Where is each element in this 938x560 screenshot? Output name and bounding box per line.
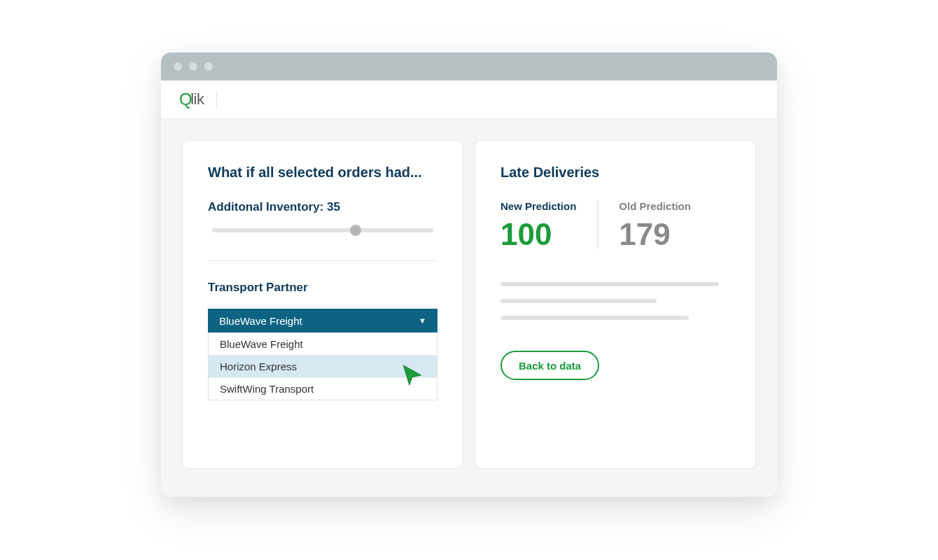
transport-partner-label: Transport Partner	[208, 281, 438, 295]
header-divider	[216, 91, 217, 108]
whatif-card: What if all selected orders had... Addit…	[182, 140, 463, 469]
window-close-dot[interactable]	[174, 62, 182, 71]
new-prediction-value: 100	[500, 219, 576, 250]
new-prediction-label: New Prediction	[500, 200, 576, 212]
browser-window: Qlik What if all selected orders had... …	[161, 52, 777, 497]
late-deliveries-title: Late Deliveries	[500, 164, 730, 181]
whatif-title: What if all selected orders had...	[208, 164, 438, 181]
new-prediction-block: New Prediction 100	[500, 200, 576, 250]
slider-thumb[interactable]	[350, 225, 361, 236]
window-minimize-dot[interactable]	[189, 62, 197, 71]
dropdown-item-bluewave[interactable]: BlueWave Freight	[209, 332, 437, 355]
content-area: What if all selected orders had... Addit…	[161, 119, 777, 497]
qlik-logo-text: lik	[190, 90, 204, 108]
dropdown-item-horizon[interactable]: Horizon Express	[209, 355, 437, 377]
dropdown-list: BlueWave Freight Horizon Express SwiftWi…	[208, 332, 438, 400]
transport-partner-dropdown[interactable]: BlueWave Freight ▼ BlueWave Freight Hori…	[208, 309, 438, 400]
dropdown-item-swiftwing[interactable]: SwiftWing Transport	[209, 377, 437, 400]
predictions-row: New Prediction 100 Old Prediction 179	[500, 200, 730, 250]
chevron-down-icon: ▼	[419, 316, 426, 325]
app-header: Qlik	[161, 80, 777, 119]
dropdown-selected-label: BlueWave Freight	[219, 315, 302, 327]
inventory-slider[interactable]	[212, 228, 433, 232]
old-prediction-block: Old Prediction 179	[619, 200, 691, 250]
dropdown-selected[interactable]: BlueWave Freight ▼	[208, 309, 438, 332]
section-divider	[208, 260, 438, 261]
prediction-divider	[597, 200, 598, 250]
old-prediction-label: Old Prediction	[619, 200, 691, 212]
window-maximize-dot[interactable]	[204, 62, 213, 71]
late-deliveries-card: Late Deliveries New Prediction 100 Old P…	[475, 140, 756, 469]
back-to-data-button[interactable]: Back to data	[500, 351, 599, 380]
qlik-logo: Qlik	[179, 90, 204, 109]
placeholder-line	[500, 282, 719, 286]
inventory-label: Additonal Inventory: 35	[208, 200, 438, 214]
placeholder-line	[500, 299, 657, 303]
placeholder-line	[500, 316, 689, 320]
placeholder-text-lines	[500, 282, 730, 320]
window-title-bar	[161, 52, 777, 80]
old-prediction-value: 179	[619, 219, 691, 250]
